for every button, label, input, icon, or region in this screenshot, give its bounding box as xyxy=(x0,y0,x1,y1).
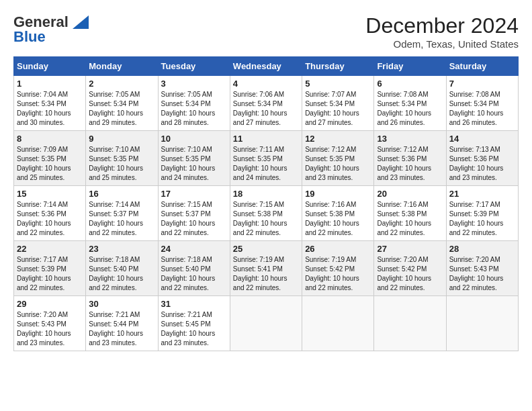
cell-content: Sunrise: 7:14 AMSunset: 5:36 PMDaylight:… xyxy=(17,200,83,238)
day-number: 21 xyxy=(449,189,515,199)
calendar-cell: 19Sunrise: 7:16 AMSunset: 5:38 PMDayligh… xyxy=(302,186,374,241)
day-number: 31 xyxy=(161,299,227,309)
day-number: 1 xyxy=(17,79,83,89)
day-number: 10 xyxy=(161,134,227,144)
day-number: 4 xyxy=(233,79,299,89)
header-day-wednesday: Wednesday xyxy=(230,57,302,76)
day-number: 18 xyxy=(233,189,299,199)
calendar-cell: 28Sunrise: 7:20 AMSunset: 5:43 PMDayligh… xyxy=(446,241,518,296)
day-number: 24 xyxy=(161,244,227,254)
calendar-cell xyxy=(374,296,446,351)
cell-content: Sunrise: 7:19 AMSunset: 5:42 PMDaylight:… xyxy=(305,255,371,293)
day-number: 28 xyxy=(449,244,515,254)
cell-content: Sunrise: 7:10 AMSunset: 5:35 PMDaylight:… xyxy=(161,145,227,183)
calendar-week-row: 15Sunrise: 7:14 AMSunset: 5:36 PMDayligh… xyxy=(14,186,519,241)
header: General Blue December 2024 Odem, Texas, … xyxy=(13,13,519,50)
calendar-cell: 10Sunrise: 7:10 AMSunset: 5:35 PMDayligh… xyxy=(158,131,230,186)
day-number: 9 xyxy=(89,134,154,144)
cell-content: Sunrise: 7:21 AMSunset: 5:45 PMDaylight:… xyxy=(161,310,227,348)
calendar-cell: 29Sunrise: 7:20 AMSunset: 5:43 PMDayligh… xyxy=(14,296,86,351)
day-number: 20 xyxy=(377,189,443,199)
day-number: 15 xyxy=(17,189,83,199)
day-number: 6 xyxy=(377,79,443,89)
calendar-cell: 5Sunrise: 7:07 AMSunset: 5:34 PMDaylight… xyxy=(302,76,374,131)
cell-content: Sunrise: 7:05 AMSunset: 5:34 PMDaylight:… xyxy=(89,90,154,128)
cell-content: Sunrise: 7:04 AMSunset: 5:34 PMDaylight:… xyxy=(17,90,83,128)
logo-blue: Blue xyxy=(13,28,46,46)
cell-content: Sunrise: 7:17 AMSunset: 5:39 PMDaylight:… xyxy=(449,200,515,238)
day-number: 29 xyxy=(17,299,83,309)
calendar-cell: 12Sunrise: 7:12 AMSunset: 5:35 PMDayligh… xyxy=(302,131,374,186)
cell-content: Sunrise: 7:20 AMSunset: 5:43 PMDaylight:… xyxy=(449,255,515,293)
calendar-cell: 23Sunrise: 7:18 AMSunset: 5:40 PMDayligh… xyxy=(86,241,158,296)
calendar-cell: 3Sunrise: 7:05 AMSunset: 5:34 PMDaylight… xyxy=(158,76,230,131)
calendar-cell: 6Sunrise: 7:08 AMSunset: 5:34 PMDaylight… xyxy=(374,76,446,131)
calendar-cell: 30Sunrise: 7:21 AMSunset: 5:44 PMDayligh… xyxy=(86,296,158,351)
cell-content: Sunrise: 7:06 AMSunset: 5:34 PMDaylight:… xyxy=(233,90,299,128)
day-number: 2 xyxy=(89,79,154,89)
location: Odem, Texas, United States xyxy=(365,38,519,50)
day-number: 25 xyxy=(233,244,299,254)
calendar-cell xyxy=(446,296,518,351)
cell-content: Sunrise: 7:08 AMSunset: 5:34 PMDaylight:… xyxy=(377,90,443,128)
cell-content: Sunrise: 7:16 AMSunset: 5:38 PMDaylight:… xyxy=(377,200,443,238)
day-number: 13 xyxy=(377,134,443,144)
calendar-cell: 24Sunrise: 7:18 AMSunset: 5:40 PMDayligh… xyxy=(158,241,230,296)
cell-content: Sunrise: 7:14 AMSunset: 5:37 PMDaylight:… xyxy=(89,200,154,238)
calendar-cell: 1Sunrise: 7:04 AMSunset: 5:34 PMDaylight… xyxy=(14,76,86,131)
cell-content: Sunrise: 7:12 AMSunset: 5:35 PMDaylight:… xyxy=(305,145,371,183)
calendar-week-row: 8Sunrise: 7:09 AMSunset: 5:35 PMDaylight… xyxy=(14,131,519,186)
calendar-cell xyxy=(302,296,374,351)
cell-content: Sunrise: 7:11 AMSunset: 5:35 PMDaylight:… xyxy=(233,145,299,183)
cell-content: Sunrise: 7:05 AMSunset: 5:34 PMDaylight:… xyxy=(161,90,227,128)
header-day-saturday: Saturday xyxy=(446,57,518,76)
day-number: 30 xyxy=(89,299,154,309)
cell-content: Sunrise: 7:21 AMSunset: 5:44 PMDaylight:… xyxy=(89,310,154,348)
day-number: 12 xyxy=(305,134,371,144)
logo-icon xyxy=(70,15,89,29)
calendar-week-row: 22Sunrise: 7:17 AMSunset: 5:39 PMDayligh… xyxy=(14,241,519,296)
cell-content: Sunrise: 7:13 AMSunset: 5:36 PMDaylight:… xyxy=(449,145,515,183)
day-number: 19 xyxy=(305,189,371,199)
calendar-cell: 25Sunrise: 7:19 AMSunset: 5:41 PMDayligh… xyxy=(230,241,302,296)
cell-content: Sunrise: 7:16 AMSunset: 5:38 PMDaylight:… xyxy=(305,200,371,238)
cell-content: Sunrise: 7:15 AMSunset: 5:37 PMDaylight:… xyxy=(161,200,227,238)
logo: General Blue xyxy=(13,13,89,46)
day-number: 3 xyxy=(161,79,227,89)
calendar-table: SundayMondayTuesdayWednesdayThursdayFrid… xyxy=(13,56,519,351)
calendar-cell: 26Sunrise: 7:19 AMSunset: 5:42 PMDayligh… xyxy=(302,241,374,296)
day-number: 22 xyxy=(17,244,83,254)
day-number: 8 xyxy=(17,134,83,144)
calendar-cell: 18Sunrise: 7:15 AMSunset: 5:38 PMDayligh… xyxy=(230,186,302,241)
calendar-cell: 2Sunrise: 7:05 AMSunset: 5:34 PMDaylight… xyxy=(86,76,158,131)
title-area: December 2024 Odem, Texas, United States xyxy=(365,13,519,50)
day-number: 11 xyxy=(233,134,299,144)
calendar-cell: 7Sunrise: 7:08 AMSunset: 5:34 PMDaylight… xyxy=(446,76,518,131)
calendar-cell: 27Sunrise: 7:20 AMSunset: 5:42 PMDayligh… xyxy=(374,241,446,296)
day-number: 7 xyxy=(449,79,515,89)
calendar-cell: 20Sunrise: 7:16 AMSunset: 5:38 PMDayligh… xyxy=(374,186,446,241)
calendar-cell: 8Sunrise: 7:09 AMSunset: 5:35 PMDaylight… xyxy=(14,131,86,186)
calendar-week-row: 1Sunrise: 7:04 AMSunset: 5:34 PMDaylight… xyxy=(14,76,519,131)
cell-content: Sunrise: 7:12 AMSunset: 5:36 PMDaylight:… xyxy=(377,145,443,183)
cell-content: Sunrise: 7:17 AMSunset: 5:39 PMDaylight:… xyxy=(17,255,83,293)
calendar-cell: 9Sunrise: 7:10 AMSunset: 5:35 PMDaylight… xyxy=(86,131,158,186)
cell-content: Sunrise: 7:10 AMSunset: 5:35 PMDaylight:… xyxy=(89,145,154,183)
cell-content: Sunrise: 7:09 AMSunset: 5:35 PMDaylight:… xyxy=(17,145,83,183)
cell-content: Sunrise: 7:20 AMSunset: 5:42 PMDaylight:… xyxy=(377,255,443,293)
header-day-thursday: Thursday xyxy=(302,57,374,76)
day-number: 5 xyxy=(305,79,371,89)
calendar-cell xyxy=(230,296,302,351)
day-number: 26 xyxy=(305,244,371,254)
day-number: 16 xyxy=(89,189,154,199)
calendar-cell: 13Sunrise: 7:12 AMSunset: 5:36 PMDayligh… xyxy=(374,131,446,186)
day-number: 23 xyxy=(89,244,154,254)
calendar-cell: 15Sunrise: 7:14 AMSunset: 5:36 PMDayligh… xyxy=(14,186,86,241)
calendar-cell: 17Sunrise: 7:15 AMSunset: 5:37 PMDayligh… xyxy=(158,186,230,241)
cell-content: Sunrise: 7:15 AMSunset: 5:38 PMDaylight:… xyxy=(233,200,299,238)
header-day-sunday: Sunday xyxy=(14,57,86,76)
calendar-cell: 31Sunrise: 7:21 AMSunset: 5:45 PMDayligh… xyxy=(158,296,230,351)
header-day-monday: Monday xyxy=(86,57,158,76)
day-number: 14 xyxy=(449,134,515,144)
calendar-cell: 11Sunrise: 7:11 AMSunset: 5:35 PMDayligh… xyxy=(230,131,302,186)
